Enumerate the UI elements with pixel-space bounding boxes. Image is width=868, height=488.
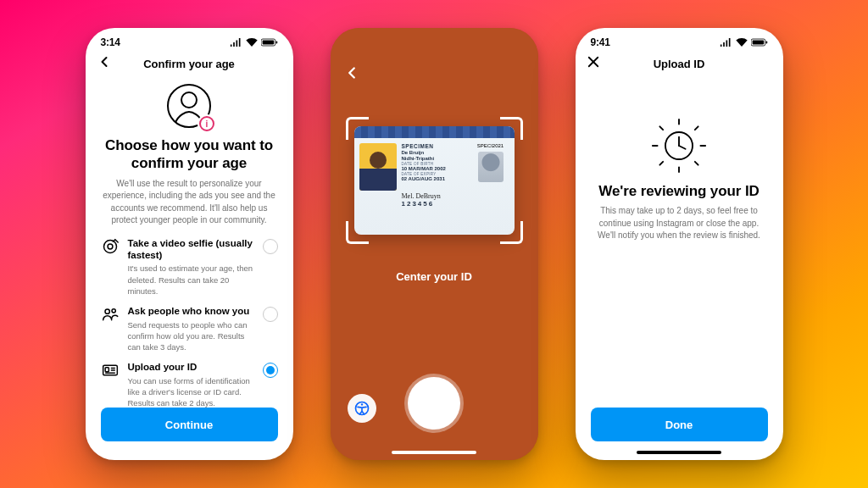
people-icon [101, 305, 120, 323]
option-title: Ask people who know you [128, 305, 259, 317]
header-title: Confirm your age [143, 58, 235, 70]
done-button[interactable]: Done [591, 408, 768, 441]
screen-subtitle: This may take up to 2 days, so feel free… [593, 205, 766, 242]
close-icon[interactable] [586, 54, 601, 73]
back-icon[interactable] [96, 53, 113, 74]
svg-rect-10 [105, 368, 108, 372]
phone-reviewing: 9:41 Upload ID [576, 28, 783, 460]
status-time: 9:41 [591, 36, 610, 48]
screen-title: We're reviewing your ID [594, 182, 765, 200]
header: Upload ID [576, 48, 783, 79]
option-video-selfie[interactable]: Take a video selfie (usually fastest) It… [101, 237, 278, 297]
radio-unchecked[interactable] [263, 239, 278, 254]
header: Confirm your age [86, 48, 293, 79]
option-upload-id[interactable]: Upload your ID You can use forms of iden… [101, 361, 278, 408]
svg-rect-1 [262, 41, 274, 45]
phone-camera-id: 9:41 SPECIMEN De Bruijn Nidhi-Tripathi D… [331, 28, 538, 460]
home-indicator [392, 451, 476, 454]
status-bar: 9:41 [576, 28, 783, 48]
screen-subtitle: We'll use the result to personalize your… [103, 178, 276, 227]
svg-point-7 [105, 309, 109, 313]
gradient-stage: 3:14 Confirm your age i Choose how you w… [0, 0, 868, 488]
svg-point-4 [181, 92, 197, 108]
svg-rect-21 [765, 41, 767, 43]
info-badge-icon: i [199, 116, 214, 131]
home-indicator [637, 451, 721, 454]
shutter-button[interactable] [408, 377, 460, 430]
option-title: Upload your ID [128, 361, 259, 373]
phone-confirm-age: 3:14 Confirm your age i Choose how you w… [86, 28, 293, 460]
svg-point-5 [103, 240, 116, 252]
capture-instruction: Center your ID [331, 270, 538, 283]
options-list: Take a video selfie (usually fastest) It… [101, 237, 278, 409]
status-bar: 3:14 [86, 28, 293, 48]
profile-illustration: i [101, 82, 278, 130]
svg-point-6 [108, 244, 113, 249]
radio-checked[interactable] [263, 363, 278, 378]
option-desc: Send requests to people who can confirm … [128, 319, 259, 353]
id-card-icon [101, 361, 120, 379]
status-icons [230, 38, 278, 47]
header-title: Upload ID [654, 58, 705, 70]
continue-button[interactable]: Continue [101, 408, 278, 441]
svg-line-32 [695, 126, 698, 130]
status-icons [720, 38, 768, 47]
svg-line-34 [695, 162, 698, 165]
svg-point-18 [360, 403, 362, 405]
option-ask-people[interactable]: Ask people who know you Send requests to… [101, 305, 278, 352]
capture-frame [346, 117, 523, 244]
option-title: Take a video selfie (usually fastest) [128, 237, 259, 262]
svg-rect-20 [752, 41, 764, 45]
radio-unchecked[interactable] [263, 307, 278, 322]
svg-rect-2 [275, 41, 277, 43]
option-desc: You can use forms of identification like… [128, 375, 259, 409]
back-icon[interactable] [342, 64, 361, 86]
svg-line-31 [659, 126, 663, 130]
camera-check-icon [101, 237, 120, 255]
accessibility-button[interactable] [348, 394, 376, 423]
option-desc: It's used to estimate your age, then del… [128, 263, 259, 297]
svg-point-8 [112, 309, 115, 313]
screen-title: Choose how you want to confirm your age [104, 136, 275, 173]
svg-line-26 [679, 146, 686, 149]
status-time: 3:14 [101, 36, 120, 48]
clock-illustration [576, 118, 783, 174]
svg-line-33 [659, 162, 663, 165]
